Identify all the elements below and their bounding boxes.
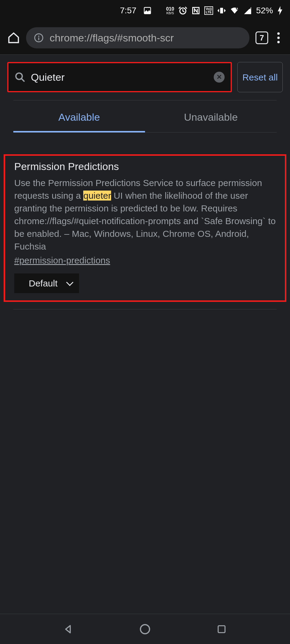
charging-icon (277, 6, 283, 15)
tab-unavailable-label: Unavailable (184, 111, 238, 123)
flag-state-select[interactable]: Default (14, 273, 79, 293)
nfc-icon (192, 6, 200, 15)
search-icon (15, 72, 25, 83)
reset-all-button[interactable]: Reset all (237, 62, 283, 92)
image-icon (143, 6, 152, 15)
svg-point-12 (140, 625, 150, 634)
url-text: chrome://flags/#smooth-scr (50, 32, 174, 44)
flag-card-highlight: Permission Predictions Use the Permissio… (4, 154, 286, 302)
tab-available-label: Available (58, 111, 100, 123)
tab-count-label: 7 (260, 33, 264, 43)
search-input[interactable] (25, 71, 214, 83)
alarm-icon (178, 6, 187, 15)
svg-line-11 (21, 79, 24, 81)
browser-toolbar: chrome://flags/#smooth-scr 7 (0, 21, 290, 54)
back-button[interactable] (62, 623, 75, 636)
vibrate-icon (217, 6, 226, 15)
url-bar[interactable]: chrome://flags/#smooth-scr (26, 27, 249, 48)
svg-rect-3 (220, 8, 223, 14)
volte-icon: Vo)) LTE (204, 6, 213, 15)
svg-point-5 (237, 8, 238, 9)
wifi-icon (230, 6, 239, 15)
tabs: Available Unavailable (13, 100, 277, 132)
reset-all-label: Reset all (242, 71, 278, 83)
tab-available[interactable]: Available (13, 100, 145, 132)
system-nav-bar (0, 614, 290, 644)
info-icon (34, 33, 44, 43)
status-bar: 7:57 010 KB/S Vo)) LTE x 52% (0, 0, 290, 21)
home-nav-button[interactable] (138, 623, 152, 636)
recents-button[interactable] (215, 623, 228, 636)
battery-percent: 52% (256, 6, 273, 15)
flags-page: ✕ Reset all Available Unavailable Permis… (0, 54, 290, 309)
flag-description: Use the Permission Predictions Service t… (14, 177, 276, 253)
svg-text:x: x (249, 6, 251, 10)
signal-icon: x (243, 6, 252, 15)
search-highlight: quieter (83, 191, 111, 201)
search-row: ✕ Reset all (0, 55, 290, 100)
home-button[interactable] (7, 31, 20, 44)
clock-time: 7:57 (120, 6, 137, 15)
divider (13, 309, 277, 309)
more-menu-button[interactable] (274, 32, 283, 43)
flag-select-wrap: Default (14, 273, 79, 293)
svg-rect-13 (218, 626, 225, 633)
tab-switcher[interactable]: 7 (255, 31, 268, 44)
net-speed: 010 KB/S (166, 7, 174, 15)
search-box-highlight: ✕ (7, 62, 232, 92)
clear-search-button[interactable]: ✕ (214, 72, 225, 83)
flag-anchor-link[interactable]: #permission-predictions (14, 255, 110, 266)
tab-unavailable[interactable]: Unavailable (145, 100, 277, 132)
flag-title: Permission Predictions (14, 161, 276, 172)
